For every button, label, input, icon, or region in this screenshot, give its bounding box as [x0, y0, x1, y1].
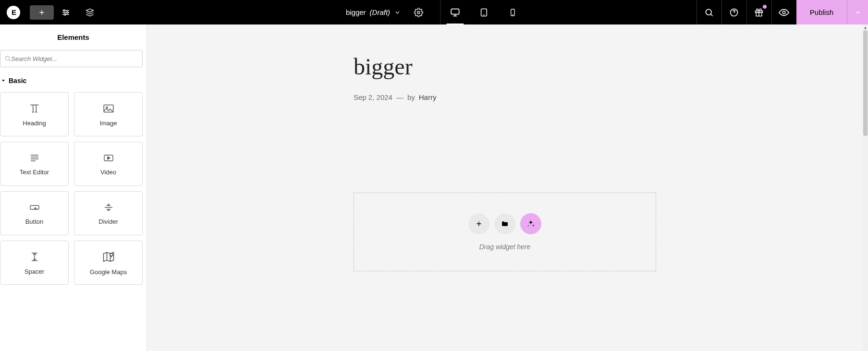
post-meta: Sep 2, 2024 — by Harry	[354, 93, 656, 101]
finder-button[interactable]	[697, 0, 721, 24]
svg-point-14	[5, 56, 9, 60]
widget-label: Heading	[23, 120, 46, 127]
dropzone-hint: Drag widget here	[479, 243, 531, 251]
widget-text-editor[interactable]: Text Editor	[0, 142, 69, 186]
svg-point-2	[64, 13, 66, 15]
widget-label: Image	[99, 120, 117, 127]
page-title-dropdown[interactable]: bigger (Draft)	[341, 8, 405, 16]
button-icon	[27, 202, 42, 213]
widget-google-maps[interactable]: Google Maps	[74, 241, 143, 285]
site-settings-button[interactable]	[54, 0, 78, 24]
plus-icon	[475, 220, 483, 228]
elementor-logo[interactable]: E	[7, 6, 20, 19]
desktop-view-button[interactable]	[440, 0, 469, 24]
svg-point-3	[417, 11, 420, 13]
widget-video[interactable]: Video	[74, 142, 143, 186]
page-settings-button[interactable]	[406, 0, 430, 24]
text-editor-icon	[28, 152, 41, 164]
scrollbar-thumb[interactable]	[863, 30, 868, 136]
widget-label: Divider	[98, 218, 118, 225]
category-label: Basic	[9, 77, 26, 85]
preview-button[interactable]	[771, 0, 796, 24]
svg-point-9	[706, 9, 712, 15]
sparkle-icon	[526, 219, 535, 228]
category-basic[interactable]: Basic	[0, 74, 147, 87]
page-name: bigger	[346, 8, 366, 16]
structure-button[interactable]	[78, 0, 102, 24]
widget-spacer[interactable]: Spacer	[0, 241, 69, 285]
notification-dot	[763, 5, 767, 9]
svg-point-6	[484, 14, 484, 15]
ai-button[interactable]	[520, 213, 541, 234]
publish-options-button[interactable]	[847, 0, 868, 24]
drop-zone[interactable]: Drag widget here	[354, 193, 656, 271]
tablet-view-button[interactable]	[469, 0, 498, 24]
add-section-button[interactable]	[468, 213, 489, 234]
add-template-button[interactable]	[494, 213, 515, 234]
divider-icon	[102, 202, 115, 213]
svg-rect-4	[451, 9, 459, 14]
help-button[interactable]	[721, 0, 746, 24]
whats-new-button[interactable]	[746, 0, 771, 24]
widget-label: Google Maps	[90, 268, 127, 276]
search-icon	[4, 55, 11, 62]
publish-button[interactable]: Publish	[796, 0, 847, 24]
widget-button[interactable]: Button	[0, 191, 69, 235]
svg-point-0	[63, 10, 65, 11]
by-label: by	[407, 93, 415, 101]
post-title: bigger	[354, 53, 656, 80]
svg-point-1	[67, 12, 68, 13]
search-widget[interactable]	[0, 50, 143, 67]
chevron-down-icon	[394, 9, 401, 16]
scrollbar[interactable]: ▲	[863, 24, 868, 351]
page-status: (Draft)	[370, 8, 391, 16]
post-author[interactable]: Harry	[419, 93, 437, 101]
elements-panel: Elements Basic Heading Image Text Editor…	[0, 24, 147, 351]
panel-title: Elements	[0, 24, 147, 50]
widget-image[interactable]: Image	[74, 92, 143, 136]
widget-label: Button	[25, 218, 44, 225]
spacer-icon	[29, 251, 40, 263]
svg-point-8	[513, 14, 513, 15]
caret-down-icon	[1, 78, 6, 83]
widget-divider[interactable]: Divider	[74, 191, 143, 235]
widget-label: Video	[100, 169, 116, 176]
widget-heading[interactable]: Heading	[0, 92, 69, 136]
meta-separator: —	[396, 93, 403, 101]
scroll-up-icon[interactable]: ▲	[863, 24, 868, 30]
image-icon	[101, 102, 116, 115]
logo-text: E	[12, 8, 15, 16]
widget-label: Spacer	[24, 268, 44, 275]
folder-icon	[501, 220, 509, 228]
post-date: Sep 2, 2024	[354, 93, 392, 101]
editor-canvas[interactable]: bigger Sep 2, 2024 — by Harry Drag widge…	[147, 24, 863, 351]
svg-point-16	[106, 107, 108, 108]
mobile-view-button[interactable]	[498, 0, 527, 24]
video-icon	[101, 152, 116, 164]
top-bar: E bigger (Draft)	[0, 0, 868, 24]
add-element-button[interactable]	[30, 5, 54, 20]
widget-label: Text Editor	[20, 169, 49, 176]
search-input[interactable]	[11, 55, 138, 62]
svg-point-13	[783, 11, 786, 14]
publish-label: Publish	[810, 8, 833, 16]
map-icon	[101, 250, 116, 264]
heading-icon	[27, 102, 42, 115]
